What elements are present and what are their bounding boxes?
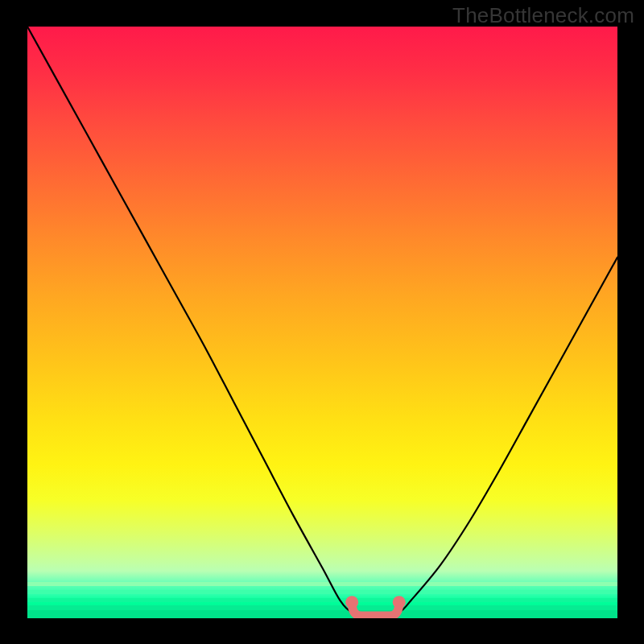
chart-frame: TheBottleneck.com xyxy=(0,0,644,644)
optimal-marker-dot-left xyxy=(345,596,358,609)
optimal-marker-dot-right xyxy=(393,596,406,609)
bottleneck-curve xyxy=(27,27,617,617)
plot-area xyxy=(27,27,617,618)
watermark-text: TheBottleneck.com xyxy=(452,3,634,28)
bottleneck-curve-svg xyxy=(27,27,617,618)
optimal-marker xyxy=(352,602,399,616)
